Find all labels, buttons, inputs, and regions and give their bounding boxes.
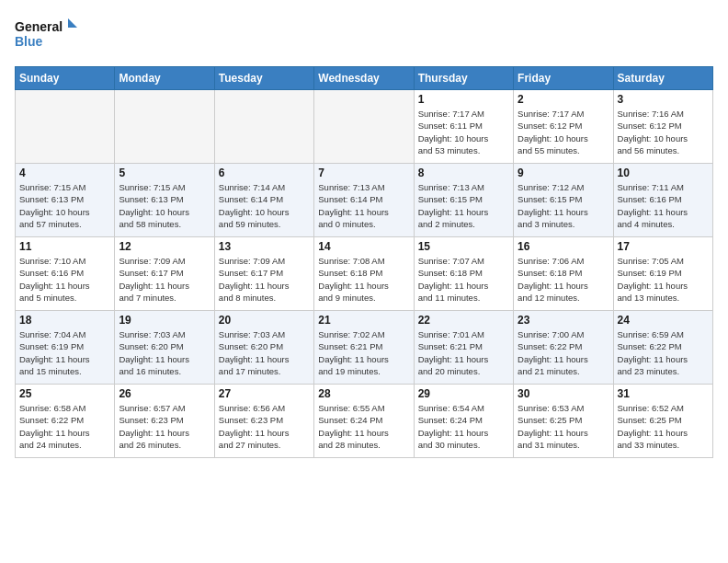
weekday-header-wednesday: Wednesday [314,67,414,90]
logo: General Blue [15,15,79,55]
day-info: Sunrise: 6:59 AMSunset: 6:22 PMDaylight:… [618,328,709,377]
day-info: Sunrise: 6:53 AMSunset: 6:25 PMDaylight:… [518,402,609,451]
day-info: Sunrise: 7:15 AMSunset: 6:13 PMDaylight:… [19,181,110,230]
calendar-cell: 17Sunrise: 7:05 AMSunset: 6:19 PMDayligh… [613,237,712,311]
calendar-cell: 21Sunrise: 7:02 AMSunset: 6:21 PMDayligh… [314,311,414,385]
calendar-cell: 19Sunrise: 7:03 AMSunset: 6:20 PMDayligh… [115,311,214,385]
day-info: Sunrise: 7:08 AMSunset: 6:18 PMDaylight:… [318,255,409,304]
calendar-cell [115,90,214,164]
weekday-header-saturday: Saturday [613,67,712,90]
weekday-header-sunday: Sunday [16,67,115,90]
svg-text:General: General [15,19,63,34]
day-info: Sunrise: 7:13 AMSunset: 6:15 PMDaylight:… [418,181,509,230]
calendar-cell: 3Sunrise: 7:16 AMSunset: 6:12 PMDaylight… [613,90,712,164]
day-info: Sunrise: 6:58 AMSunset: 6:22 PMDaylight:… [19,402,110,451]
calendar-cell [214,90,313,164]
calendar-cell: 24Sunrise: 6:59 AMSunset: 6:22 PMDayligh… [613,311,712,385]
calendar-cell: 14Sunrise: 7:08 AMSunset: 6:18 PMDayligh… [314,237,414,311]
day-info: Sunrise: 7:03 AMSunset: 6:20 PMDaylight:… [219,328,310,377]
day-number: 8 [418,167,509,179]
day-number: 25 [19,387,110,400]
day-number: 30 [518,387,609,400]
svg-marker-2 [68,18,77,28]
day-number: 14 [318,240,409,253]
day-number: 18 [19,314,110,327]
day-number: 29 [418,387,509,400]
day-number: 2 [518,93,609,106]
day-info: Sunrise: 7:06 AMSunset: 6:18 PMDaylight:… [518,255,609,304]
day-info: Sunrise: 7:17 AMSunset: 6:12 PMDaylight:… [518,108,609,156]
calendar-table: SundayMondayTuesdayWednesdayThursdayFrid… [15,66,713,458]
day-number: 12 [119,240,210,253]
day-number: 20 [219,314,310,327]
calendar-cell: 26Sunrise: 6:57 AMSunset: 6:23 PMDayligh… [115,385,214,458]
day-number: 23 [518,314,609,327]
day-info: Sunrise: 7:12 AMSunset: 6:15 PMDaylight:… [518,181,609,230]
day-number: 5 [119,167,210,179]
day-number: 31 [618,387,709,400]
weekday-header-tuesday: Tuesday [214,67,313,90]
calendar-cell: 27Sunrise: 6:56 AMSunset: 6:23 PMDayligh… [214,385,313,458]
day-info: Sunrise: 6:52 AMSunset: 6:25 PMDaylight:… [618,402,709,451]
day-info: Sunrise: 7:14 AMSunset: 6:14 PMDaylight:… [219,181,310,230]
day-number: 17 [618,240,709,253]
day-number: 6 [219,167,310,179]
calendar-cell: 6Sunrise: 7:14 AMSunset: 6:14 PMDaylight… [214,164,313,237]
calendar-cell: 5Sunrise: 7:15 AMSunset: 6:13 PMDaylight… [115,164,214,237]
day-number: 7 [318,167,409,179]
weekday-header-friday: Friday [514,67,613,90]
calendar-cell [314,90,414,164]
calendar-cell: 30Sunrise: 6:53 AMSunset: 6:25 PMDayligh… [514,385,613,458]
day-number: 22 [418,314,509,327]
day-number: 15 [418,240,509,253]
calendar-cell: 22Sunrise: 7:01 AMSunset: 6:21 PMDayligh… [414,311,513,385]
calendar-cell: 23Sunrise: 7:00 AMSunset: 6:22 PMDayligh… [514,311,613,385]
logo-svg: General Blue [15,15,79,55]
day-info: Sunrise: 7:10 AMSunset: 6:16 PMDaylight:… [19,255,110,304]
svg-text:Blue: Blue [15,34,43,49]
calendar-cell: 8Sunrise: 7:13 AMSunset: 6:15 PMDaylight… [414,164,513,237]
calendar-cell: 13Sunrise: 7:09 AMSunset: 6:17 PMDayligh… [214,237,313,311]
day-number: 4 [19,167,110,179]
day-info: Sunrise: 6:55 AMSunset: 6:24 PMDaylight:… [318,402,409,451]
calendar-cell: 15Sunrise: 7:07 AMSunset: 6:18 PMDayligh… [414,237,513,311]
day-number: 10 [618,167,709,179]
calendar-cell: 4Sunrise: 7:15 AMSunset: 6:13 PMDaylight… [16,164,115,237]
day-info: Sunrise: 7:02 AMSunset: 6:21 PMDaylight:… [318,328,409,377]
day-number: 3 [618,93,709,106]
calendar-cell: 28Sunrise: 6:55 AMSunset: 6:24 PMDayligh… [314,385,414,458]
day-number: 13 [219,240,310,253]
calendar-cell: 25Sunrise: 6:58 AMSunset: 6:22 PMDayligh… [16,385,115,458]
day-number: 28 [318,387,409,400]
calendar-cell: 11Sunrise: 7:10 AMSunset: 6:16 PMDayligh… [16,237,115,311]
day-info: Sunrise: 7:01 AMSunset: 6:21 PMDaylight:… [418,328,509,377]
day-number: 16 [518,240,609,253]
calendar-cell [16,90,115,164]
day-info: Sunrise: 6:56 AMSunset: 6:23 PMDaylight:… [219,402,310,451]
day-number: 9 [518,167,609,179]
calendar-cell: 1Sunrise: 7:17 AMSunset: 6:11 PMDaylight… [414,90,513,164]
day-info: Sunrise: 7:07 AMSunset: 6:18 PMDaylight:… [418,255,509,304]
day-number: 21 [318,314,409,327]
day-info: Sunrise: 7:15 AMSunset: 6:13 PMDaylight:… [119,181,210,230]
calendar-cell: 18Sunrise: 7:04 AMSunset: 6:19 PMDayligh… [16,311,115,385]
calendar-cell: 31Sunrise: 6:52 AMSunset: 6:25 PMDayligh… [613,385,712,458]
day-info: Sunrise: 7:09 AMSunset: 6:17 PMDaylight:… [119,255,210,304]
day-number: 26 [119,387,210,400]
day-info: Sunrise: 7:00 AMSunset: 6:22 PMDaylight:… [518,328,609,377]
day-info: Sunrise: 6:54 AMSunset: 6:24 PMDaylight:… [418,402,509,451]
day-info: Sunrise: 7:17 AMSunset: 6:11 PMDaylight:… [418,108,509,156]
day-info: Sunrise: 7:05 AMSunset: 6:19 PMDaylight:… [618,255,709,304]
day-number: 1 [418,93,509,106]
calendar-cell: 2Sunrise: 7:17 AMSunset: 6:12 PMDaylight… [514,90,613,164]
day-info: Sunrise: 6:57 AMSunset: 6:23 PMDaylight:… [119,402,210,451]
calendar-cell: 7Sunrise: 7:13 AMSunset: 6:14 PMDaylight… [314,164,414,237]
weekday-header-monday: Monday [115,67,214,90]
day-number: 19 [119,314,210,327]
day-number: 11 [19,240,110,253]
calendar-cell: 12Sunrise: 7:09 AMSunset: 6:17 PMDayligh… [115,237,214,311]
day-number: 24 [618,314,709,327]
day-info: Sunrise: 7:13 AMSunset: 6:14 PMDaylight:… [318,181,409,230]
calendar-cell: 16Sunrise: 7:06 AMSunset: 6:18 PMDayligh… [514,237,613,311]
calendar-cell: 9Sunrise: 7:12 AMSunset: 6:15 PMDaylight… [514,164,613,237]
